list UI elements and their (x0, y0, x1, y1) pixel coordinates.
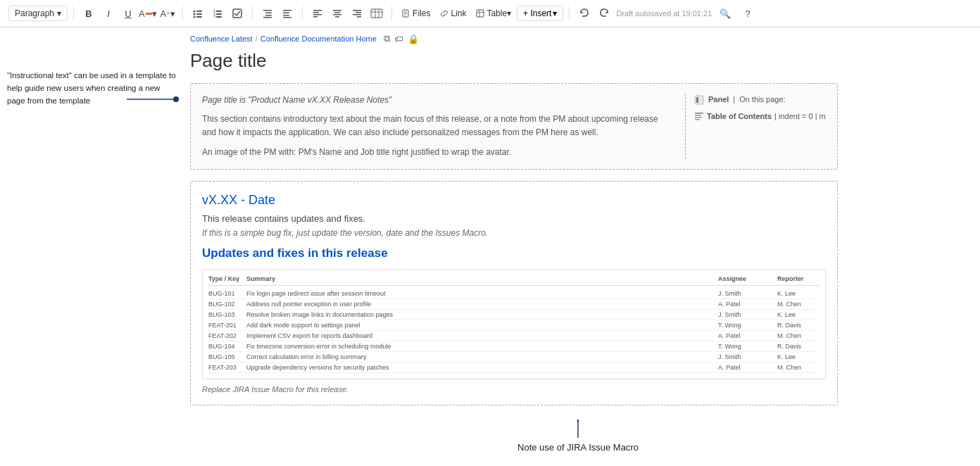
svg-rect-20 (283, 17, 291, 18)
paragraph-select[interactable]: Paragraph ▾ (8, 6, 68, 21)
svg-rect-32 (357, 16, 361, 18)
svg-rect-25 (333, 10, 341, 11)
jira-table-header: Type / Key Summary Assignee Reporter (208, 275, 819, 286)
task-icon (232, 8, 242, 18)
svg-point-4 (194, 16, 196, 18)
table-cell: Address null pointer exception in user p… (246, 301, 715, 308)
table-cell: J. Smith (718, 353, 774, 360)
col-reporter: Reporter (777, 275, 819, 282)
search-button[interactable]: 🔍 (716, 4, 734, 23)
table-row: FEAT-202Implement CSV export for reports… (208, 331, 819, 341)
underline-button[interactable]: U (119, 4, 137, 23)
bullet-list-button[interactable] (189, 4, 207, 23)
svg-point-2 (194, 13, 196, 15)
chevron-down-icon2: ▾ (152, 8, 157, 19)
align-center-icon (332, 8, 342, 18)
table-cell: BUG-102 (208, 301, 244, 308)
align-group (308, 4, 386, 23)
breadcrumb-separator: / (256, 34, 258, 43)
svg-rect-18 (283, 13, 289, 14)
sep5 (391, 6, 392, 20)
bold-button[interactable]: B (80, 4, 98, 23)
svg-rect-12 (233, 9, 241, 18)
insert-button[interactable]: + Insert ▾ (517, 6, 563, 21)
table-cell: A. Patel (718, 301, 774, 308)
task-button[interactable] (228, 4, 246, 23)
section-1-title: vX.XX - Date (202, 193, 826, 208)
bottom-annotation-text: Note use of JIRA Issue Macro (517, 442, 639, 453)
panel-block: Panel | On this page: Table of Contents … (685, 94, 826, 159)
editor-body: Page title is "Product Name vX.XX Releas… (176, 83, 852, 405)
redo-icon (599, 8, 609, 18)
breadcrumb-item-2[interactable]: Confluence Documentation Home (260, 34, 377, 43)
page-title[interactable]: Page title (176, 47, 980, 83)
draft-status: Draft autosaved at 19:01:21 (616, 9, 712, 18)
align-center-button[interactable] (328, 4, 346, 23)
text-color-button[interactable]: A ▾ (139, 4, 157, 23)
table-row: BUG-102Address null pointer exception in… (208, 299, 819, 310)
sep6 (569, 6, 570, 20)
numbered-list-button[interactable]: 1.2.3. (208, 4, 227, 23)
col-type: Type / Key (208, 275, 244, 282)
table-button[interactable]: Table ▾ (472, 6, 515, 20)
instructional-main-text: Page title is "Product Name vX.XX Releas… (202, 94, 671, 159)
indent-right-icon (263, 8, 272, 18)
undo-redo-group (575, 4, 613, 23)
svg-point-53 (577, 420, 579, 422)
indent-left-button[interactable] (278, 4, 296, 23)
copy-page-icon[interactable]: ⧉ (384, 33, 390, 44)
svg-rect-5 (196, 16, 202, 18)
panel-toc-item: Table of Contents | indent = 0 | m (694, 111, 826, 123)
section-1-text: This release contains updates and fixes. (202, 213, 826, 224)
table-cell: BUG-104 (208, 343, 244, 350)
clear-format-button[interactable]: A × ▾ (158, 4, 177, 23)
table-cell: K. Lee (777, 290, 819, 297)
breadcrumb-icons: ⧉ 🏷 🔒 (384, 33, 419, 44)
bullet-list-icon (193, 8, 203, 18)
undo-button[interactable] (575, 4, 593, 23)
label-icon[interactable]: 🏷 (394, 34, 403, 44)
align-left-button[interactable] (308, 4, 327, 23)
svg-rect-41 (477, 10, 484, 17)
chevron-down-icon5: ▾ (553, 8, 557, 18)
svg-rect-47 (696, 97, 698, 103)
toolbar-right: Draft autosaved at 19:01:21 🔍 ? (616, 4, 757, 23)
breadcrumb-item-1[interactable]: Confluence Latest (190, 34, 253, 43)
table-cell: M. Chen (777, 301, 819, 308)
table-cell: Fix login page redirect issue after sess… (246, 290, 715, 297)
more-button[interactable] (367, 4, 386, 23)
table-label: Table (486, 8, 507, 18)
redo-button[interactable] (595, 4, 613, 23)
svg-rect-48 (695, 113, 703, 114)
editor-content[interactable]: Confluence Latest / Confluence Documenta… (176, 27, 980, 466)
svg-point-0 (194, 11, 196, 13)
section-1-block: vX.XX - Date This release contains updat… (190, 181, 838, 405)
table-cell: M. Chen (777, 364, 819, 371)
table-cell: Add dark mode support to settings panel (246, 322, 715, 329)
indent-right-button[interactable] (258, 4, 277, 23)
italic-button[interactable]: I (99, 4, 118, 23)
col-assignee: Assignee (718, 275, 774, 282)
svg-rect-50 (695, 117, 702, 118)
panel-header: Panel | On this page: (694, 94, 826, 106)
files-button[interactable]: Files (398, 6, 434, 20)
lock-icon[interactable]: 🔒 (408, 34, 419, 44)
help-button[interactable]: ? (739, 4, 757, 23)
table-cell: Upgrade dependency versions for security… (246, 364, 715, 371)
link-button[interactable]: Link (436, 6, 470, 20)
numbered-list-icon: 1.2.3. (213, 8, 222, 18)
svg-rect-1 (196, 11, 202, 12)
indent-left-icon (282, 8, 292, 18)
table-cell: BUG-101 (208, 290, 244, 297)
col-summary: Summary (246, 275, 715, 282)
table-row: BUG-101Fix login page redirect issue aft… (208, 289, 819, 299)
jira-caption: Replace JIRA Issue Macro for this releas… (202, 385, 826, 393)
text-format-group: B I U A ▾ A × ▾ (80, 4, 177, 23)
svg-rect-9 (216, 13, 222, 15)
body-wrapper: "Instructional text" can be used in a te… (0, 27, 980, 466)
sep1 (73, 6, 74, 20)
svg-rect-33 (371, 9, 382, 18)
svg-rect-24 (313, 16, 318, 18)
annotation-arrow-left (127, 92, 183, 106)
align-right-button[interactable] (348, 4, 366, 23)
